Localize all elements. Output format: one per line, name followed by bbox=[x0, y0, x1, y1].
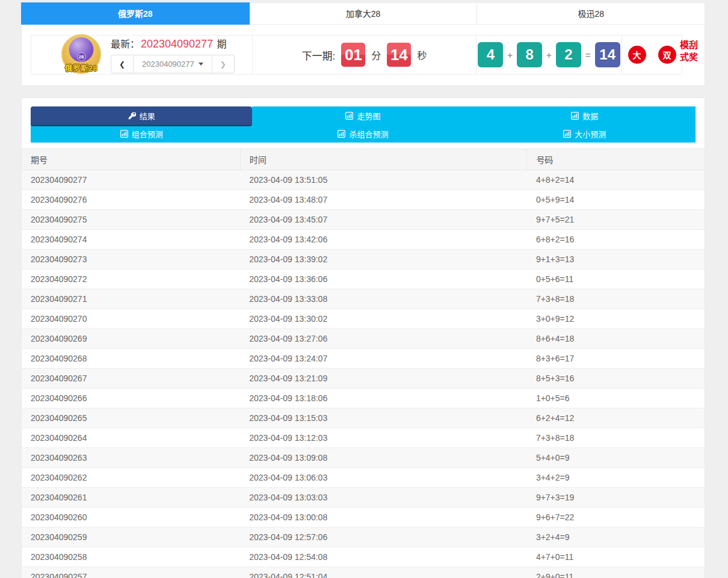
cell-numbers: 8+6+4=18 bbox=[527, 329, 705, 349]
scratch-mode-link[interactable]: 刮奖模式 bbox=[679, 40, 697, 70]
nav-tab-results[interactable]: 结果 bbox=[31, 106, 252, 125]
tab-russia28[interactable]: 俄罗斯28 bbox=[21, 2, 250, 25]
latest-suffix: 期 bbox=[217, 39, 227, 49]
column-header-period: 期号 bbox=[22, 149, 240, 170]
bar-chart-icon bbox=[563, 130, 571, 138]
tab-jixun28[interactable]: 极迅28 bbox=[477, 2, 705, 25]
double-badge: 双 bbox=[658, 46, 676, 64]
table-row: 202304090270 2023-04-09 13:30:02 3+0+9=1… bbox=[22, 309, 705, 329]
nav-tab-label: 数据 bbox=[582, 110, 598, 121]
countdown-minutes: 01 bbox=[341, 43, 365, 67]
cell-numbers: 9+7+3=19 bbox=[527, 488, 705, 508]
nav-tab-data[interactable]: 数据 bbox=[474, 106, 696, 125]
nav-tab-label: 走势图 bbox=[357, 110, 380, 121]
cell-time: 2023-04-09 13:48:07 bbox=[240, 190, 527, 210]
cell-period: 202304090260 bbox=[22, 508, 240, 527]
cell-time: 2023-04-09 13:09:08 bbox=[240, 448, 527, 468]
cell-numbers: 2+9+0=11 bbox=[527, 567, 705, 578]
table-row: 202304090261 2023-04-09 13:03:03 9+7+3=1… bbox=[22, 488, 705, 508]
cell-numbers: 3+2+4=9 bbox=[527, 527, 705, 547]
nav-tab-combo-prediction[interactable]: 组合预测 bbox=[31, 125, 252, 143]
bar-chart-icon bbox=[571, 112, 579, 120]
table-row: 202304090265 2023-04-09 13:15:03 6+2+4=1… bbox=[22, 408, 705, 428]
nav-tab-label: 组合预测 bbox=[132, 128, 163, 140]
cell-period: 202304090271 bbox=[22, 289, 240, 309]
countdown-seconds-unit: 秒 bbox=[417, 48, 427, 62]
cell-time: 2023-04-09 13:03:03 bbox=[240, 488, 527, 508]
page-content: 俄罗斯28 加拿大28 极迅28 28 俄罗斯28 最新：20230409027… bbox=[21, 0, 705, 578]
result-number-3: 2 bbox=[556, 42, 581, 67]
bar-chart-icon bbox=[338, 130, 345, 138]
cell-numbers: 8+5+3=16 bbox=[527, 369, 705, 389]
nav-tab-kill-combo-prediction[interactable]: 杀组合预测 bbox=[252, 125, 474, 143]
table-row: 202304090264 2023-04-09 13:12:03 7+3+8=1… bbox=[22, 428, 705, 448]
cell-period: 202304090270 bbox=[22, 309, 240, 329]
cell-period: 202304090264 bbox=[22, 428, 240, 448]
table-row: 202304090258 2023-04-09 12:54:08 4+7+0=1… bbox=[22, 547, 705, 567]
lottery-logo: 28 俄罗斯28 bbox=[61, 34, 101, 74]
lottery-logo-name: 俄罗斯28 bbox=[63, 62, 100, 73]
cell-period: 202304090262 bbox=[22, 468, 240, 488]
cell-period: 202304090272 bbox=[22, 269, 240, 289]
cell-period: 202304090268 bbox=[22, 349, 240, 369]
cell-period: 202304090267 bbox=[22, 369, 240, 389]
cell-period: 202304090277 bbox=[22, 170, 240, 190]
prev-period-button[interactable]: ❮ bbox=[111, 55, 134, 73]
cell-period: 202304090274 bbox=[22, 230, 240, 250]
nav-tab-bigsmall-prediction[interactable]: 大小预测 bbox=[474, 125, 696, 143]
cell-time: 2023-04-09 13:51:05 bbox=[240, 170, 527, 190]
table-row: 202304090259 2023-04-09 12:57:06 3+2+4=9 bbox=[22, 527, 705, 547]
nav-tab-trend-chart[interactable]: 走势图 bbox=[252, 106, 474, 125]
table-row: 202304090275 2023-04-09 13:45:07 9+7+5=2… bbox=[22, 210, 705, 230]
cell-numbers: 1+0+5=6 bbox=[527, 389, 705, 408]
result-number-1: 4 bbox=[478, 42, 503, 67]
cell-period: 202304090259 bbox=[22, 527, 240, 547]
cell-period: 202304090257 bbox=[22, 567, 240, 578]
bar-chart-icon bbox=[120, 130, 128, 138]
results-panel: 结果 走势图 数据 组合预测 bbox=[21, 97, 705, 578]
section-nav: 结果 走势图 数据 组合预测 bbox=[31, 106, 696, 143]
result-number-2: 8 bbox=[517, 42, 542, 67]
plus-sign: + bbox=[507, 50, 513, 60]
table-row: 202304090272 2023-04-09 13:36:06 0+5+6=1… bbox=[22, 269, 705, 289]
cell-numbers: 6+8+2=16 bbox=[527, 230, 705, 250]
cell-time: 2023-04-09 13:15:03 bbox=[240, 408, 527, 428]
game-tab-bar: 俄罗斯28 加拿大28 极迅28 bbox=[21, 2, 705, 25]
latest-block: 最新：202304090277 期 ❮ 202304090277 ❯ bbox=[111, 36, 235, 73]
cell-time: 2023-04-09 13:42:06 bbox=[240, 230, 527, 250]
cell-period: 202304090258 bbox=[22, 547, 240, 567]
table-row: 202304090277 2023-04-09 13:51:05 4+8+2=1… bbox=[22, 170, 705, 190]
countdown-section: 下一期: 01 分 14 秒 bbox=[253, 35, 477, 74]
cell-period: 202304090263 bbox=[22, 448, 240, 468]
table-row: 202304090260 2023-04-09 13:00:08 9+6+7=2… bbox=[22, 508, 705, 527]
table-row: 202304090266 2023-04-09 13:18:06 1+0+5=6 bbox=[22, 389, 705, 408]
results-table-header: 期号 时间 号码 bbox=[22, 149, 705, 170]
cell-numbers: 9+6+7=22 bbox=[527, 508, 705, 527]
latest-period-number: 202304090277 bbox=[141, 38, 213, 50]
cell-time: 2023-04-09 13:24:07 bbox=[240, 349, 527, 369]
cell-numbers: 0+5+6=11 bbox=[527, 269, 705, 289]
cell-period: 202304090266 bbox=[22, 389, 240, 408]
cell-time: 2023-04-09 13:36:06 bbox=[240, 269, 527, 289]
table-row: 202304090276 2023-04-09 13:48:07 0+5+9=1… bbox=[22, 190, 705, 210]
tab-canada28[interactable]: 加拿大28 bbox=[250, 2, 478, 25]
period-dropdown[interactable]: 202304090277 bbox=[134, 55, 212, 73]
column-header-numbers: 号码 bbox=[527, 149, 705, 170]
table-row: 202304090271 2023-04-09 13:33:08 7+3+8=1… bbox=[22, 289, 705, 309]
cell-time: 2023-04-09 13:12:03 bbox=[240, 428, 527, 448]
cell-numbers: 3+4+2=9 bbox=[527, 468, 705, 488]
cell-time: 2023-04-09 13:21:09 bbox=[240, 369, 527, 389]
ball-number: 28 bbox=[77, 52, 86, 61]
cell-numbers: 9+1+3=13 bbox=[527, 250, 705, 269]
cell-period: 202304090273 bbox=[22, 250, 240, 269]
cell-time: 2023-04-09 13:27:06 bbox=[240, 329, 527, 349]
chevron-down-icon bbox=[199, 63, 203, 66]
next-period-button[interactable]: ❯ bbox=[212, 55, 234, 73]
cell-time: 2023-04-09 13:33:08 bbox=[240, 289, 527, 309]
table-row: 202304090274 2023-04-09 13:42:06 6+8+2=1… bbox=[22, 230, 705, 250]
table-row: 202304090269 2023-04-09 13:27:06 8+6+4=1… bbox=[22, 329, 705, 349]
spacer bbox=[21, 86, 705, 97]
table-row: 202304090257 2023-04-09 12:51:04 2+9+0=1… bbox=[22, 567, 705, 578]
table-row: 202304090273 2023-04-09 13:39:02 9+1+3=1… bbox=[22, 250, 705, 269]
cell-numbers: 6+2+4=12 bbox=[527, 408, 705, 428]
